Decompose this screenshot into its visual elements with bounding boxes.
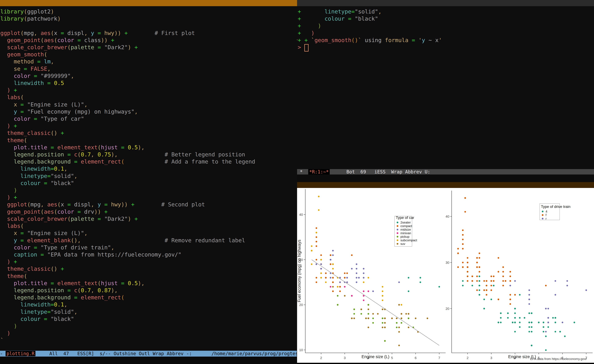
data-point — [457, 248, 459, 249]
editor-buffer[interactable]: library(ggplot2)library(patchwork) ggplo… — [0, 6, 297, 353]
data-point — [408, 317, 409, 319]
data-point — [316, 281, 317, 283]
data-point — [339, 286, 341, 287]
code-line: labs( — [0, 222, 297, 229]
data-point — [510, 299, 511, 300]
code-line: ) — [0, 323, 297, 330]
data-point — [543, 322, 544, 323]
code-line: ) + — [0, 87, 297, 94]
data-point — [356, 281, 357, 283]
data-point — [498, 299, 499, 300]
console-buffer[interactable]: + linetype="solid",+ colour = "black"+ )… — [297, 6, 594, 171]
legend-swatch — [397, 236, 398, 238]
data-point — [528, 294, 530, 296]
y-tick-label: 20 — [446, 307, 449, 311]
data-point — [491, 290, 492, 291]
data-point — [363, 281, 364, 283]
data-point — [464, 211, 466, 213]
legend-swatch — [397, 232, 398, 234]
data-point — [330, 277, 331, 278]
data-point — [547, 308, 549, 309]
data-point — [476, 257, 478, 259]
data-point — [476, 262, 478, 263]
data-point — [316, 277, 317, 278]
data-point — [316, 245, 317, 247]
data-point — [353, 317, 355, 319]
data-point — [363, 290, 364, 292]
data-point — [543, 326, 544, 328]
data-point — [360, 313, 362, 315]
data-point — [415, 317, 416, 319]
legend-entry-label: r — [546, 217, 547, 220]
code-line: ggplot(mpg, aes(x = displ, y = hwy)) + #… — [0, 201, 297, 208]
data-point — [363, 272, 364, 274]
data-point — [372, 317, 374, 319]
x-tick-label: 5 — [391, 356, 393, 360]
data-point — [464, 197, 466, 199]
data-point — [491, 299, 492, 300]
data-point — [528, 312, 530, 314]
data-point — [462, 285, 464, 286]
data-point — [493, 285, 494, 286]
emacs-frame: plotting.R library(ggplot2)library(patch… — [0, 0, 594, 364]
code-line: y = "Fuel economy (mpg) on highways", — [0, 108, 297, 115]
data-point — [528, 303, 530, 305]
data-point — [316, 236, 317, 238]
data-point — [552, 317, 554, 318]
minibuffer[interactable] — [0, 357, 297, 364]
modeline-buffer-name[interactable]: plotting.R — [6, 351, 35, 356]
data-point — [320, 268, 322, 270]
data-point — [311, 250, 312, 251]
data-point — [476, 280, 478, 282]
code-line: color = "Type of drive train", — [0, 244, 297, 251]
code-line: color = "Type of car" — [0, 115, 297, 122]
legend-title: Type of drive train — [541, 204, 570, 209]
data-point — [358, 277, 360, 278]
code-line: legend.position = c(0.7, 0.75), # Better… — [0, 151, 297, 158]
data-point — [368, 277, 369, 278]
data-point — [545, 285, 547, 286]
x-axis-title: Engine size (L) — [361, 354, 389, 359]
data-point — [419, 281, 421, 283]
code-line: library(ggplot2) — [0, 8, 297, 15]
console-line: + ) — [298, 30, 594, 37]
data-point — [396, 322, 398, 324]
data-point — [351, 268, 353, 270]
data-point — [479, 285, 480, 286]
data-point — [398, 345, 400, 346]
data-point — [519, 326, 520, 328]
code-line: x = "Engine size (L)", — [0, 229, 297, 237]
data-point — [346, 277, 348, 278]
data-point — [502, 285, 504, 286]
y-tick-label: 10 — [299, 348, 303, 352]
graphics-header: R Graphics: Device 2 (ACTIVE) — [297, 182, 594, 188]
data-point — [382, 322, 383, 324]
y-tick-label: 30 — [446, 261, 449, 264]
data-point — [554, 322, 556, 323]
legend-entry-label: pickup — [400, 235, 409, 238]
x-tick-label: 3 — [344, 356, 346, 360]
data-point — [498, 322, 499, 323]
data-point — [500, 317, 501, 318]
code-line — [0, 22, 297, 29]
console-line: + ) — [298, 22, 594, 29]
x-tick-label: 2 — [467, 356, 468, 360]
data-point — [486, 280, 487, 282]
data-point — [344, 286, 345, 287]
data-point — [467, 276, 468, 277]
data-point — [574, 322, 575, 323]
data-point — [531, 331, 533, 332]
data-point — [514, 331, 516, 332]
data-point — [332, 250, 334, 251]
data-point — [514, 294, 516, 296]
data-point — [528, 299, 530, 300]
data-point — [384, 322, 385, 324]
data-point — [498, 257, 499, 259]
modeline-buffer-name[interactable]: *R:1:~* — [308, 169, 330, 175]
legend-entry-label: f — [546, 213, 547, 217]
data-point — [337, 295, 338, 297]
data-point — [360, 309, 362, 310]
data-point — [384, 340, 385, 342]
data-point — [344, 277, 345, 278]
data-point — [320, 259, 322, 260]
